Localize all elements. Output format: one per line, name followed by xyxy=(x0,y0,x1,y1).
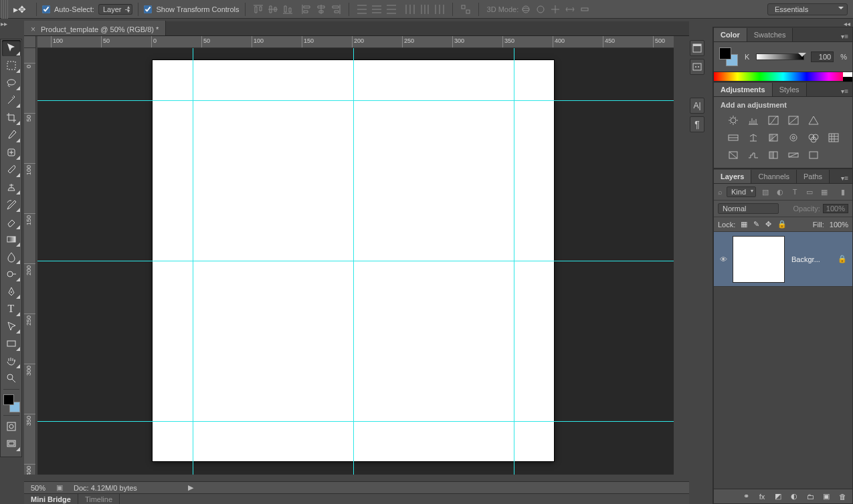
hue-saturation-icon[interactable] xyxy=(727,132,740,144)
hand-tool[interactable] xyxy=(2,353,21,369)
zoom-tool[interactable] xyxy=(2,370,21,386)
align-bottom-edges-icon[interactable] xyxy=(281,3,294,16)
pen-tool[interactable] xyxy=(2,283,21,299)
3d-slide-icon[interactable] xyxy=(563,3,577,16)
blur-tool[interactable] xyxy=(2,249,21,265)
type-tool[interactable]: T xyxy=(2,301,21,317)
brightness-contrast-icon[interactable] xyxy=(727,114,740,126)
distribute-vcenter-icon[interactable] xyxy=(370,3,383,16)
color-spectrum[interactable] xyxy=(714,72,852,81)
history-brush-tool[interactable] xyxy=(2,197,21,213)
rectangle-tool[interactable] xyxy=(2,336,21,352)
blend-mode-select[interactable]: Normal xyxy=(718,203,779,214)
lasso-tool[interactable] xyxy=(2,75,21,91)
invert-icon[interactable] xyxy=(727,149,740,161)
move-tool[interactable] xyxy=(2,40,21,56)
color-balance-icon[interactable] xyxy=(747,132,760,144)
show-transform-controls-checkbox[interactable]: Show Transform Controls xyxy=(144,5,239,13)
screen-mode-toggle[interactable] xyxy=(2,436,21,452)
layers-tab[interactable]: Layers xyxy=(714,170,751,183)
align-right-edges-icon[interactable] xyxy=(329,3,343,16)
eraser-tool[interactable] xyxy=(2,214,21,230)
guide-vertical[interactable] xyxy=(353,48,354,475)
distribute-bottom-icon[interactable] xyxy=(385,3,398,16)
adjustments-tab[interactable]: Adjustments xyxy=(714,83,773,96)
auto-select-target-select[interactable]: Layer ▴▾ xyxy=(98,4,133,15)
clone-stamp-tool[interactable] xyxy=(2,179,21,195)
panel-menu-icon[interactable]: ▾≡ xyxy=(837,86,852,96)
guide-horizontal[interactable] xyxy=(37,261,674,261)
panel-menu-icon[interactable]: ▾≡ xyxy=(837,31,852,41)
color-tab[interactable]: Color xyxy=(714,28,747,41)
filter-type-icon[interactable]: T xyxy=(789,186,800,197)
link-layers-icon[interactable]: ⚭ xyxy=(741,492,751,501)
gradient-tool[interactable] xyxy=(2,231,21,247)
foreground-background-colors[interactable] xyxy=(2,393,21,413)
levels-icon[interactable] xyxy=(747,114,760,126)
doc-info[interactable]: Doc: 4.12M/0 bytes xyxy=(74,484,137,492)
auto-select-checkbox[interactable]: Auto-Select: xyxy=(42,5,94,13)
layer-thumbnail[interactable] xyxy=(733,236,785,283)
foreground-color-swatch[interactable] xyxy=(3,394,14,405)
filter-pixel-icon[interactable]: ▧ xyxy=(760,186,771,197)
align-horizontal-centers-icon[interactable] xyxy=(314,3,328,16)
lock-all-icon[interactable]: 🔒 xyxy=(777,220,787,228)
layer-item[interactable]: 👁 Backgr... 🔒 xyxy=(714,232,852,287)
visibility-toggle-icon[interactable]: 👁 xyxy=(714,255,733,263)
color-lookup-icon[interactable] xyxy=(827,132,840,144)
3d-roll-icon[interactable] xyxy=(534,3,547,16)
threshold-icon[interactable] xyxy=(767,149,780,161)
paths-tab[interactable]: Paths xyxy=(797,170,830,183)
vertical-ruler[interactable]: 050100150200250300350400 xyxy=(24,48,36,475)
posterize-icon[interactable] xyxy=(747,149,760,161)
path-selection-tool[interactable] xyxy=(2,318,21,334)
dodge-tool[interactable] xyxy=(2,266,21,282)
filter-shape-icon[interactable]: ▭ xyxy=(804,186,815,197)
filter-adjustment-icon[interactable]: ◐ xyxy=(775,186,785,197)
status-expand-icon[interactable]: ▣ xyxy=(56,483,63,492)
layer-filter-kind-select[interactable]: Kind xyxy=(727,186,756,197)
3d-orbit-icon[interactable] xyxy=(519,3,533,16)
align-top-edges-icon[interactable] xyxy=(252,3,265,16)
lock-position-icon[interactable]: ✥ xyxy=(765,220,771,228)
distribute-top-icon[interactable] xyxy=(355,3,369,16)
exposure-icon[interactable] xyxy=(787,114,800,126)
magic-wand-tool[interactable] xyxy=(2,92,21,108)
new-group-icon[interactable]: 🗀 xyxy=(805,493,815,501)
history-panel-icon[interactable] xyxy=(690,40,704,56)
expand-toolbar-icon[interactable]: ▸▸ xyxy=(0,20,8,28)
selective-color-icon[interactable] xyxy=(807,149,820,161)
eyedropper-tool[interactable] xyxy=(2,127,21,143)
layer-mask-icon[interactable]: ◩ xyxy=(773,492,783,501)
quick-mask-toggle[interactable] xyxy=(2,418,21,434)
timeline-tab[interactable]: Timeline xyxy=(78,494,120,505)
k-slider[interactable] xyxy=(756,53,804,60)
opacity-value[interactable]: 100% xyxy=(823,204,848,213)
channel-mixer-icon[interactable] xyxy=(807,132,820,144)
brush-tool[interactable] xyxy=(2,162,21,178)
guide-vertical[interactable] xyxy=(193,48,193,475)
panel-menu-icon[interactable]: ▾≡ xyxy=(837,173,852,183)
swatches-tab[interactable]: Swatches xyxy=(747,28,793,41)
guide-horizontal[interactable] xyxy=(37,421,674,422)
gradient-map-icon[interactable] xyxy=(787,149,800,161)
k-value[interactable]: 100 xyxy=(811,51,834,62)
paragraph-panel-icon[interactable]: ¶ xyxy=(690,116,704,132)
layer-style-icon[interactable]: fx xyxy=(757,493,767,501)
crop-tool[interactable] xyxy=(2,110,21,126)
align-left-edges-icon[interactable] xyxy=(300,3,313,16)
fill-value[interactable]: 100% xyxy=(830,221,848,229)
lock-pixels-icon[interactable]: ✎ xyxy=(753,220,759,228)
animation-play-icon[interactable]: ▶ xyxy=(188,483,193,492)
filter-toggle-icon[interactable]: ▮ xyxy=(838,186,848,197)
distribute-left-icon[interactable] xyxy=(403,3,417,16)
auto-align-icon[interactable] xyxy=(459,3,472,16)
properties-panel-icon[interactable] xyxy=(690,59,704,75)
options-bar-grip[interactable] xyxy=(1,0,8,19)
horizontal-ruler[interactable]: 10050050100150200250300350400450500 xyxy=(37,36,674,48)
character-panel-icon[interactable]: A| xyxy=(690,98,704,114)
vibrance-icon[interactable] xyxy=(807,114,820,126)
filter-smart-icon[interactable]: ▦ xyxy=(819,186,830,197)
close-tab-icon[interactable]: × xyxy=(31,25,35,34)
layer-name[interactable]: Backgr... xyxy=(791,255,838,263)
